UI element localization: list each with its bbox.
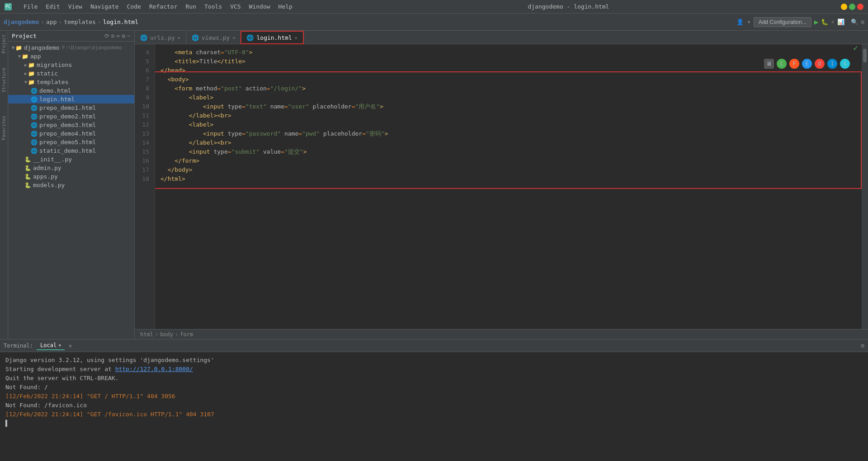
code-line-14: </label><br>	[160, 138, 862, 147]
firefox-icon: F	[789, 59, 799, 69]
sidebar-header: Project ⟳ ≡ ≈ ⚙ −	[8, 31, 134, 42]
run-icon[interactable]: ▶	[814, 18, 819, 26]
tab-views[interactable]: 🌐 views.py ✕	[186, 31, 241, 44]
ie-icon: 🖥	[764, 59, 774, 69]
tree-item-djangodemo[interactable]: ▼ 📁 djangodemo F:\Django\djangodemo	[8, 43, 134, 52]
html-file-icon: 🌐	[31, 113, 38, 120]
tree-label: djangodemo	[24, 44, 59, 51]
tree-item-apps[interactable]: 🐍 apps.py	[8, 172, 134, 181]
menu-view[interactable]: View	[65, 2, 86, 11]
menu-code[interactable]: Code	[123, 2, 145, 11]
tab-close-icon[interactable]: ✕	[178, 35, 180, 40]
left-activity-strip: Project Structure Favorites	[0, 31, 8, 339]
tree-item-static-demo[interactable]: 🌐 static_demo.html	[8, 146, 134, 155]
safari-icon: S	[840, 59, 850, 69]
code-line-7: <body>	[160, 75, 862, 84]
tab-close-icon[interactable]: ✕	[232, 35, 235, 40]
code-line-16: </form>	[160, 156, 862, 165]
checkmark-icon: ✓	[853, 43, 858, 52]
structure-label[interactable]: Structure	[1, 68, 6, 92]
terminal-tab-label: Local	[40, 342, 57, 348]
tree-item-app[interactable]: ▼ 📁 app	[8, 52, 134, 61]
menu-run[interactable]: Run	[182, 2, 200, 11]
tree-label: login.html	[39, 96, 75, 103]
term-line-5: Not Found: /favicon.ico	[5, 401, 863, 410]
menu-file[interactable]: File	[20, 2, 41, 11]
tree-item-static[interactable]: ▶ 📁 static	[8, 69, 134, 78]
maximize-button[interactable]	[849, 4, 855, 10]
tree-label: prepo_demo5.html	[39, 139, 96, 146]
settings-small-icon[interactable]: ⚙	[122, 33, 125, 39]
breadcrumb-project[interactable]: djangodemo	[4, 19, 39, 25]
tree-label: demo.html	[39, 87, 71, 94]
menu-refactor[interactable]: Refactor	[146, 2, 181, 11]
user-icon[interactable]: 👤 ▾	[736, 19, 751, 25]
menu-tools[interactable]: Tools	[201, 2, 226, 11]
tree-arrow: ▶	[24, 71, 27, 76]
tab-icon: 🌐	[246, 34, 254, 41]
tree-item-login-html[interactable]: 🌐 login.html	[8, 95, 134, 103]
folder-icon: 📁	[28, 71, 35, 77]
term-line-error-2: [12/Feb/2022 21:24:14] "GET /favicon.ico…	[5, 410, 863, 419]
scrollbar[interactable]	[862, 44, 868, 329]
project-label[interactable]: Project	[1, 34, 6, 53]
terminal-tab-local[interactable]: Local ✕	[37, 341, 65, 350]
terminal-settings-icon[interactable]: ⚙	[861, 342, 864, 349]
tree-item-init[interactable]: 🐍 __init__.py	[8, 155, 134, 164]
tree-item-admin[interactable]: 🐍 admin.py	[8, 164, 134, 172]
tree-item-templates[interactable]: ▼ 📁 templates	[8, 78, 134, 86]
tab-login[interactable]: 🌐 login.html ✕	[241, 31, 303, 44]
sidebar-tree: ▼ 📁 djangodemo F:\Django\djangodemo ▼ 📁 …	[8, 42, 134, 339]
terminal-tab-bar: Terminal: Local ✕ + ⚙	[0, 339, 868, 352]
breadcrumb-app[interactable]: app	[46, 19, 57, 25]
profile-icon[interactable]: 📊	[837, 19, 844, 25]
code-content[interactable]: <meta charset="UTF-8"> <title>Title</tit…	[155, 44, 862, 329]
search-icon[interactable]: 🔍	[851, 19, 858, 25]
tree-item-prepo3[interactable]: 🌐 prepo_demo3.html	[8, 121, 134, 129]
collapse-icon[interactable]: ≡	[111, 33, 115, 39]
code-line-8: <form method="post" action="/login/">	[160, 84, 862, 93]
terminal-tab-close[interactable]: ✕	[58, 343, 61, 348]
tree-item-demo-html[interactable]: 🌐 demo.html	[8, 86, 134, 95]
tab-urls[interactable]: 🌐 urls.py ✕	[135, 31, 186, 44]
menu-navigate[interactable]: Navigate	[87, 2, 123, 11]
sidebar-actions: ⟳ ≡ ≈ ⚙ −	[104, 33, 131, 39]
breadcrumb-body: body	[160, 331, 173, 338]
code-line-10: <input type="text" name="user" placehold…	[160, 102, 862, 111]
favorites-label[interactable]: Favorites	[1, 116, 6, 140]
code-editor[interactable]: 4 5 6 7 8 9 10 11 12 13 14 15 16 17	[135, 44, 862, 329]
minimize-button[interactable]	[841, 4, 847, 10]
tree-item-prepo4[interactable]: 🌐 prepo_demo4.html	[8, 129, 134, 138]
coverage-icon[interactable]: ⚡	[831, 19, 835, 25]
add-configuration-button[interactable]: Add Configuration...	[754, 17, 811, 27]
html-file-icon: 🌐	[31, 148, 38, 154]
term-line-3: Quit the server with CTRL-BREAK.	[5, 374, 863, 383]
scrollbar-thumb[interactable]	[863, 49, 867, 62]
tree-item-prepo5[interactable]: 🌐 prepo_demo5.html	[8, 138, 134, 146]
breadcrumb-file[interactable]: login.html	[103, 19, 138, 25]
menu-window[interactable]: Window	[245, 2, 274, 11]
terminal-add-button[interactable]: +	[68, 342, 72, 349]
tree-item-prepo2[interactable]: 🌐 prepo_demo2.html	[8, 112, 134, 121]
close-button[interactable]	[857, 4, 863, 10]
minimize-panel-icon[interactable]: −	[127, 33, 131, 39]
settings-icon[interactable]: ⚙	[861, 19, 864, 25]
title-bar-left: PC File Edit View Navigate Code Refactor…	[5, 2, 296, 11]
breadcrumb-templates[interactable]: templates	[64, 19, 95, 25]
filter-icon[interactable]: ≈	[117, 33, 120, 39]
terminal-content[interactable]: Django version 3.2.12, using settings 'd…	[0, 352, 868, 461]
server-link[interactable]: http://127.0.0.1:8000/	[115, 366, 193, 372]
py-file-icon: 🐍	[24, 156, 31, 163]
menu-edit[interactable]: Edit	[42, 2, 63, 11]
tree-item-migrations[interactable]: ▶ 📁 migrations	[8, 61, 134, 69]
tab-close-icon[interactable]: ✕	[295, 35, 297, 40]
toolbar-right: 👤 ▾ Add Configuration... ▶ 🐛 ⚡ 📊 🔍 ⚙	[736, 17, 864, 27]
tree-item-models[interactable]: 🐍 models.py	[8, 181, 134, 189]
menu-vcs[interactable]: VCS	[226, 2, 244, 11]
menu-help[interactable]: Help	[275, 2, 296, 11]
sync-icon[interactable]: ⟳	[104, 33, 109, 39]
tab-label: login.html	[256, 34, 292, 41]
debug-icon[interactable]: 🐛	[821, 19, 828, 25]
tree-item-prepo1[interactable]: 🌐 prepo_demo1.html	[8, 103, 134, 112]
project-sidebar: Project ⟳ ≡ ≈ ⚙ − ▼ 📁 djangodemo F:\Djan…	[8, 31, 135, 339]
